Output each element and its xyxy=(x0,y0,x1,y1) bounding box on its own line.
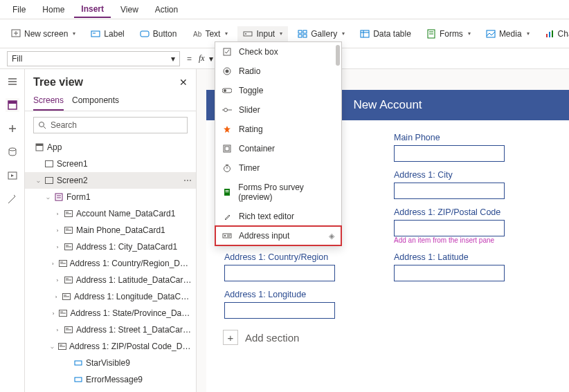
new-screen-button[interactable]: New screen ▾ xyxy=(6,26,81,41)
property-select[interactable]: Fill ▾ xyxy=(7,51,180,66)
tree-item[interactable]: ⌵Form1 xyxy=(25,189,196,205)
text-button[interactable]: Ab Text ▾ xyxy=(186,26,233,41)
input-button[interactable]: Input ▾ xyxy=(237,26,288,41)
tree-item[interactable]: ›Address 1: State/Province_DataCard1 xyxy=(25,305,196,321)
tab-components[interactable]: Components xyxy=(72,91,119,111)
twisty-icon: › xyxy=(51,310,57,317)
dropdown-item-rich[interactable]: Rich text editor xyxy=(215,207,341,226)
label-btn-label: Label xyxy=(104,29,124,39)
form-field[interactable]: Address 1: Longitude xyxy=(224,290,381,319)
tree-item-label: Address 1: State/Province_DataCard1 xyxy=(70,308,192,318)
tree-item[interactable]: ⌵Address 1: ZIP/Postal Code_DataCard1 xyxy=(25,338,196,355)
close-icon[interactable]: ✕ xyxy=(179,77,188,88)
field-input[interactable] xyxy=(224,265,335,281)
datatable-button[interactable]: Data table xyxy=(354,26,417,41)
menu-home[interactable]: Home xyxy=(35,2,71,17)
dropdown-item-address[interactable]: Address input◈ xyxy=(215,226,341,245)
tree-app[interactable]: App xyxy=(25,139,196,156)
button-icon xyxy=(140,29,150,39)
svg-rect-7 xyxy=(244,32,252,36)
form-field[interactable]: Address 1: ZIP/Postal CodeAdd an item fr… xyxy=(394,207,551,244)
button-button[interactable]: Button xyxy=(134,26,183,41)
menu-view[interactable]: View xyxy=(114,2,145,17)
chevron-down-icon: ▾ xyxy=(468,30,471,37)
tree-item[interactable]: ›Address 1: Country/Region_DataCard1 xyxy=(25,255,196,272)
tree-view-rail-icon[interactable] xyxy=(7,100,18,111)
form-field[interactable]: Main Phone xyxy=(394,133,551,162)
tree-item[interactable]: Screen1 xyxy=(25,156,196,172)
tree-item-label: Address 1: Street 1_DataCard1 xyxy=(76,325,192,335)
dropdown-item-slider[interactable]: Slider xyxy=(215,100,341,120)
tree-item[interactable]: StarVisible9 xyxy=(25,355,196,371)
form-field[interactable]: Address 1: Country/Region xyxy=(224,252,381,281)
more-icon[interactable]: ⋯ xyxy=(183,176,192,185)
twisty-icon: › xyxy=(54,227,61,234)
screen-icon xyxy=(44,176,54,185)
search-input[interactable]: Search xyxy=(33,117,188,133)
tree-item[interactable]: DataCardValue9 xyxy=(25,388,196,392)
forms-btn-label: Forms xyxy=(440,29,463,39)
tree-item[interactable]: ›Main Phone_DataCard1 xyxy=(25,222,196,239)
dropdown-item-star[interactable]: Rating xyxy=(215,120,341,139)
tree-item[interactable]: ›Address 1: Longitude_DataCard1 xyxy=(25,288,196,305)
gallery-button[interactable]: Gallery ▾ xyxy=(292,26,350,41)
add-section[interactable]: + Add section xyxy=(206,323,569,352)
tree-item-label: Address 1: ZIP/Postal Code_DataCard1 xyxy=(69,342,192,351)
tree-item[interactable]: ⌵Screen2⋯ xyxy=(25,172,196,189)
menu-action[interactable]: Action xyxy=(148,2,185,17)
dropdown-item-timer[interactable]: Timer xyxy=(215,158,341,178)
form-field[interactable]: Address 1: City xyxy=(394,170,551,199)
label-button[interactable]: Label xyxy=(85,26,129,41)
forms-icon xyxy=(426,29,436,39)
hamburger-icon[interactable] xyxy=(7,76,18,87)
svg-rect-3 xyxy=(91,31,100,37)
tree-item[interactable]: ›Address 1: City_DataCard1 xyxy=(25,239,196,255)
field-label: Address 1: City xyxy=(394,170,551,180)
charts-icon xyxy=(545,29,554,39)
field-input[interactable] xyxy=(394,145,505,162)
tree-item[interactable]: ›Account Name_DataCard1 xyxy=(25,205,196,222)
media-icon xyxy=(486,29,496,39)
plus-rail-icon[interactable] xyxy=(7,123,18,134)
charts-button[interactable]: Charts ▾ xyxy=(539,26,569,41)
svg-point-78 xyxy=(224,89,226,92)
tree-item[interactable]: ErrorMessage9 xyxy=(25,371,196,388)
input-dropdown[interactable]: Check boxRadioToggleSliderRatingContaine… xyxy=(215,41,342,246)
twisty-icon: › xyxy=(54,244,61,250)
tree-item[interactable]: ›Address 1: Latitude_DataCard1 xyxy=(25,272,196,288)
media-button[interactable]: Media ▾ xyxy=(480,26,535,41)
text-icon: Ab xyxy=(192,29,201,39)
dropdown-item-forms[interactable]: Forms Pro survey (preview) xyxy=(215,178,341,207)
svg-rect-12 xyxy=(303,35,307,37)
dropdown-item-radio[interactable]: Radio xyxy=(215,62,341,81)
tree-item-label: Main Phone_DataCard1 xyxy=(76,225,165,235)
tree-item-label: ErrorMessage9 xyxy=(86,375,143,384)
forms-button[interactable]: Forms ▾ xyxy=(421,26,476,41)
tree-item[interactable]: ›Address 1: Street 1_DataCard1 xyxy=(25,321,196,338)
field-input[interactable] xyxy=(394,220,505,236)
svg-rect-5 xyxy=(141,31,149,37)
field-input[interactable] xyxy=(394,183,505,199)
media-rail-icon[interactable] xyxy=(7,170,18,181)
tree-item-label: Screen1 xyxy=(57,159,88,169)
menu-file[interactable]: File xyxy=(6,2,33,17)
field-input[interactable] xyxy=(394,265,505,281)
svg-rect-22 xyxy=(552,30,553,37)
menu-insert[interactable]: Insert xyxy=(74,1,111,18)
dropdown-item-toggle[interactable]: Toggle xyxy=(215,81,341,100)
dropdown-item-check[interactable]: Check box xyxy=(215,42,341,62)
dropdown-item-container[interactable]: Container xyxy=(215,139,341,158)
field-input[interactable] xyxy=(224,302,335,319)
input-btn-label: Input xyxy=(256,29,275,39)
tree-item-label: Address 1: Longitude_DataCard1 xyxy=(74,292,192,301)
text-btn-label: Text xyxy=(205,29,220,39)
form-field[interactable] xyxy=(394,290,551,319)
tab-screens[interactable]: Screens xyxy=(33,91,64,111)
fx-label: fx xyxy=(199,53,205,64)
slider-icon xyxy=(222,105,232,115)
svg-rect-72 xyxy=(75,377,82,382)
database-rail-icon[interactable] xyxy=(7,147,18,158)
form-field[interactable]: Address 1: Latitude xyxy=(394,252,551,281)
tools-rail-icon[interactable] xyxy=(7,194,18,205)
timer-icon xyxy=(222,163,232,173)
